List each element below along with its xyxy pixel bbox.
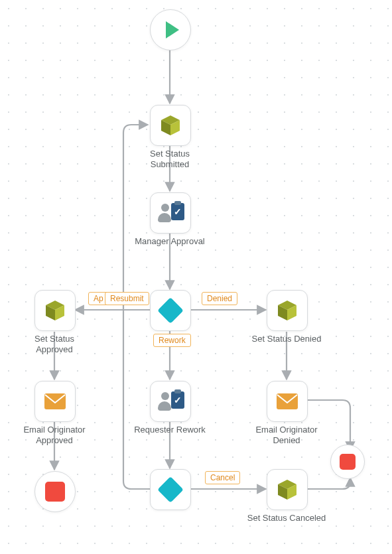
set-status-approved-node[interactable]: [34, 290, 76, 331]
box-icon: [275, 478, 299, 502]
diamond-icon: [157, 297, 184, 324]
set-status-denied-label: Set Status Denied: [240, 334, 333, 344]
box-icon: [159, 113, 182, 137]
set-status-approved-label: Set Status Approved: [15, 334, 94, 356]
mail-icon: [276, 393, 298, 410]
decision-2-node[interactable]: [150, 469, 191, 510]
mail-icon: [44, 393, 66, 410]
set-status-canceled-node[interactable]: [267, 469, 308, 510]
diamond-icon: [157, 476, 184, 503]
set-status-denied-node[interactable]: [267, 290, 308, 331]
svg-rect-1: [277, 393, 298, 409]
end-node-left[interactable]: [34, 471, 76, 512]
set-status-canceled-label: Set Status Canceled: [240, 513, 333, 523]
manager-approval-label: Manager Approval: [123, 236, 216, 247]
email-originator-denied-node[interactable]: [267, 381, 308, 422]
edge-label-rework: Rework: [153, 334, 191, 347]
approval-icon: [158, 390, 183, 413]
requester-rework-node[interactable]: [150, 381, 191, 422]
box-icon: [43, 299, 67, 322]
play-icon: [166, 21, 179, 38]
start-node[interactable]: [150, 9, 191, 50]
stop-icon: [45, 482, 65, 502]
requester-rework-label: Requester Rework: [123, 425, 216, 435]
edge-label-resubmit: Resubmit: [105, 292, 149, 305]
edge-label-cancel: Cancel: [205, 471, 240, 484]
edge-label-denied: Denied: [202, 292, 237, 305]
manager-approval-node[interactable]: [150, 192, 191, 234]
stop-icon: [340, 454, 356, 470]
svg-rect-0: [44, 393, 66, 409]
decision-1-node[interactable]: [150, 290, 191, 331]
email-originator-approved-node[interactable]: [34, 381, 76, 422]
end-node-right[interactable]: [330, 445, 365, 479]
email-originator-denied-label: Email Originator Denied: [240, 425, 333, 447]
set-status-submitted-label: Set Status Submitted: [130, 149, 210, 171]
email-originator-approved-label: Email Originator Approved: [8, 425, 101, 447]
approval-icon: [158, 202, 183, 224]
box-icon: [275, 299, 299, 322]
set-status-submitted-node[interactable]: [150, 105, 191, 146]
